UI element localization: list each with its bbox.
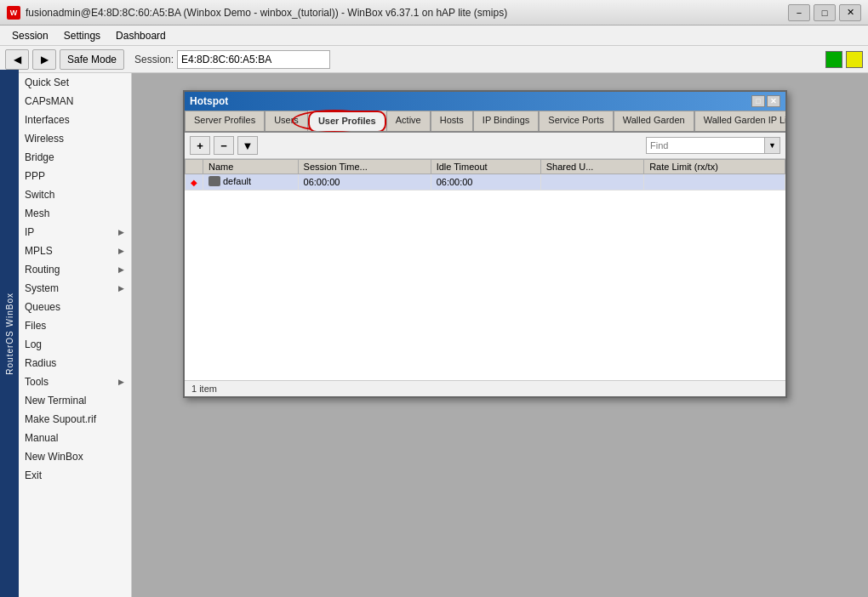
find-box: ▼ [646, 137, 780, 154]
tab-users[interactable]: Users [265, 111, 308, 131]
sidebar-item-quick-set[interactable]: ⚡ Quick Set [0, 73, 131, 92]
sidebar-item-exit[interactable]: Exit [0, 466, 131, 485]
sidebar-item-tools[interactable]: Tools ▶ [0, 372, 131, 391]
hotspot-window-controls: □ ✕ [751, 95, 780, 107]
sidebar-item-new-terminal[interactable]: New Terminal [0, 391, 131, 410]
title-bar: W fusionadmin@E4:8D:8C:60:A5:BA (Winbox … [0, 0, 868, 26]
sidebar-label-log: Log [25, 338, 42, 350]
sidebar-label-manual: Manual [25, 432, 58, 444]
hotspot-window-title: Hotspot [190, 95, 228, 107]
col-marker[interactable] [186, 160, 203, 174]
col-name[interactable]: Name [203, 160, 299, 174]
tab-hosts[interactable]: Hosts [431, 111, 473, 131]
sidebar-item-manual[interactable]: Manual [0, 429, 131, 447]
tab-walled-garden[interactable]: Walled Garden [614, 111, 694, 131]
tab-user-profiles[interactable]: User Profiles [308, 111, 386, 133]
table-row[interactable]: ◆ default 06:00:00 06:00:00 [186, 174, 785, 190]
title-bar-controls: − □ ✕ [788, 4, 861, 21]
find-input[interactable] [646, 137, 765, 154]
sidebar-label-bridge: Bridge [25, 151, 54, 163]
sidebar-item-ip[interactable]: IP ▶ [0, 223, 131, 242]
sidebar-item-files[interactable]: Files [0, 316, 131, 335]
brand-text: RouterOS WinBox [5, 293, 14, 375]
menu-bar: Session Settings Dashboard [0, 26, 868, 46]
brand-sidebar: RouterOS WinBox [0, 70, 19, 597]
sidebar-item-new-winbox[interactable]: New WinBox [0, 447, 131, 466]
session-input[interactable] [177, 50, 330, 69]
session-label: Session: [134, 54, 174, 65]
tools-arrow: ▶ [118, 378, 124, 386]
sidebar-label-exit: Exit [25, 469, 42, 481]
main-toolbar: ◀ ▶ Safe Mode Session: [0, 46, 868, 73]
sidebar-label-wireless: Wireless [25, 133, 64, 145]
row-marker-cell: ◆ [186, 174, 203, 190]
routing-arrow: ▶ [118, 265, 124, 274]
sidebar-item-interfaces[interactable]: Interfaces [0, 111, 131, 129]
window-status: 1 item [185, 380, 785, 396]
forward-button[interactable]: ▶ [32, 49, 56, 70]
table-container: Name Session Time... Idle Timeout Shared… [185, 159, 785, 380]
sidebar-item-radius[interactable]: Radius [0, 354, 131, 372]
sidebar-label-new-terminal: New Terminal [25, 395, 86, 407]
sidebar-item-wireless[interactable]: Wireless [0, 129, 131, 148]
filter-button[interactable]: ▼ [237, 136, 258, 155]
sidebar-item-ppp[interactable]: PPP [0, 167, 131, 185]
hotspot-close-btn[interactable]: ✕ [767, 95, 780, 107]
sidebar-item-capsman[interactable]: CAPsMAN [0, 92, 131, 111]
sidebar-item-log[interactable]: Log [0, 335, 131, 354]
tab-ip-bindings[interactable]: IP Bindings [473, 111, 539, 131]
row-name-value: default [223, 176, 251, 186]
sidebar-label-routing: Routing [25, 264, 60, 276]
system-arrow: ▶ [118, 284, 124, 293]
tab-service-ports[interactable]: Service Ports [539, 111, 613, 131]
sidebar-item-bridge[interactable]: Bridge [0, 148, 131, 167]
hotspot-tabs: Server Profiles Users User Profiles Acti… [185, 111, 785, 133]
sidebar-label-capsman: CAPsMAN [25, 95, 73, 107]
menu-dashboard[interactable]: Dashboard [109, 28, 173, 43]
hotspot-maximize-btn[interactable]: □ [751, 95, 765, 107]
back-button[interactable]: ◀ [5, 49, 29, 70]
sidebar-label-ip: IP [25, 226, 34, 238]
sidebar-label-quick-set: Quick Set [25, 77, 69, 88]
sidebar-item-mpls[interactable]: MPLS ▶ [0, 242, 131, 260]
sidebar-label-ppp: PPP [25, 170, 45, 182]
row-shared-users-cell [540, 174, 643, 190]
sidebar-item-system[interactable]: System ▶ [0, 279, 131, 298]
maximize-button[interactable]: □ [814, 4, 836, 21]
ip-arrow: ▶ [118, 228, 124, 236]
sidebar-label-radius: Radius [25, 357, 56, 369]
menu-session[interactable]: Session [5, 28, 55, 43]
add-button[interactable]: + [190, 136, 210, 155]
hotspot-title-bar: Hotspot □ ✕ [185, 92, 785, 111]
col-shared-users[interactable]: Shared U... [540, 160, 643, 174]
safe-mode-button[interactable]: Safe Mode [60, 49, 124, 70]
tab-active[interactable]: Active [386, 111, 431, 131]
sidebar-item-queues[interactable]: Queues [0, 298, 131, 316]
col-session-time[interactable]: Session Time... [298, 160, 431, 174]
hotspot-window: Hotspot □ ✕ Server Profiles Users User P… [183, 90, 787, 398]
find-dropdown[interactable]: ▼ [765, 137, 780, 154]
tab-server-profiles[interactable]: Server Profiles [185, 111, 265, 131]
item-count: 1 item [191, 384, 217, 394]
sidebar-label-system: System [25, 282, 59, 294]
row-session-time-cell: 06:00:00 [298, 174, 431, 190]
sidebar-label-new-winbox: New WinBox [25, 451, 83, 463]
sidebar-item-switch[interactable]: Switch [0, 185, 131, 204]
sidebar-item-mesh[interactable]: Mesh [0, 204, 131, 223]
sidebar: ⚡ Quick Set CAPsMAN Interfaces Wireless … [0, 73, 132, 597]
sidebar-item-routing[interactable]: Routing ▶ [0, 260, 131, 279]
close-button[interactable]: ✕ [839, 4, 861, 21]
remove-button[interactable]: − [214, 136, 234, 155]
sidebar-label-mesh: Mesh [25, 208, 49, 219]
col-idle-timeout[interactable]: Idle Timeout [431, 160, 540, 174]
sidebar-label-interfaces: Interfaces [25, 114, 70, 126]
menu-settings[interactable]: Settings [57, 28, 107, 43]
minimize-button[interactable]: − [788, 4, 810, 21]
tab-walled-garden-ip[interactable]: Walled Garden IP List [694, 111, 785, 131]
connection-status-green [825, 51, 842, 68]
sidebar-label-queues: Queues [25, 301, 60, 313]
sidebar-item-make-supout[interactable]: Make Supout.rif [0, 410, 131, 429]
app-icon: W [7, 6, 20, 20]
col-rate-limit[interactable]: Rate Limit (rx/tx) [644, 160, 785, 174]
sidebar-label-switch: Switch [25, 189, 54, 201]
